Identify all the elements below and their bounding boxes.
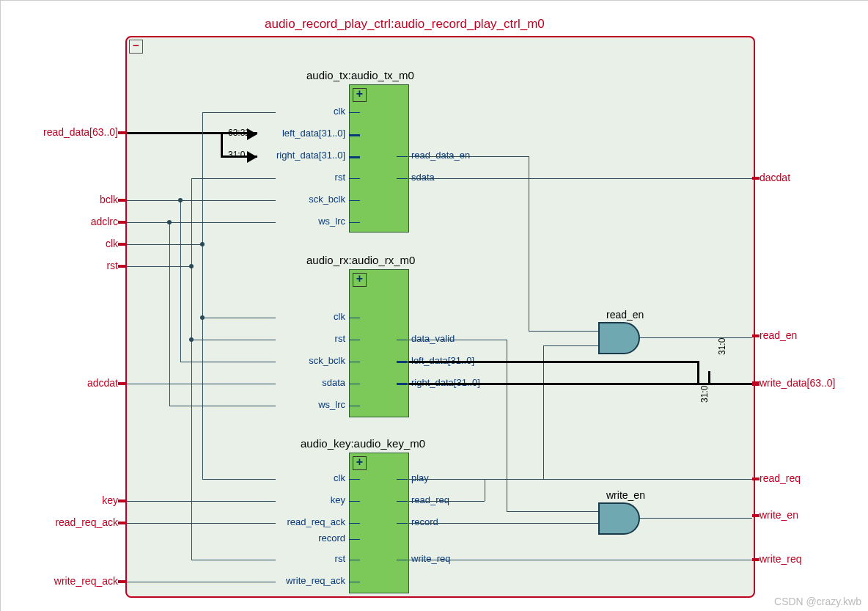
gate-write-en-label: write_en	[606, 489, 645, 501]
ext-port-bclk: bclk	[12, 194, 118, 205]
ext-port-rst: rst	[12, 260, 118, 271]
tx-title: audio_tx:audio_tx_m0	[306, 69, 414, 81]
ext-port-read-en: read_en	[760, 329, 797, 341]
ext-port-adcdat: adcdat	[12, 377, 118, 389]
diagram-canvas: audio_record_play_ctrl:audio_record_play…	[0, 0, 868, 611]
pin-rst	[118, 265, 125, 268]
rx-in-clk: clk	[257, 311, 345, 322]
ext-port-write-data: write_data[63..0]	[760, 377, 836, 389]
top-module-box	[125, 36, 755, 598]
pin-read-req	[752, 478, 760, 480]
tx-block[interactable]	[349, 84, 409, 233]
ext-port-dacdat: dacdat	[760, 172, 790, 183]
rx-in-ws-lrc: ws_lrc	[257, 399, 345, 410]
tx-out-sdata: sdata	[411, 172, 435, 183]
watermark: CSDN @crazy.kwb	[774, 596, 861, 607]
pin-write-req	[752, 558, 760, 561]
key-in-rst: rst	[257, 553, 345, 564]
ext-port-write-req-ack: write_req_ack	[12, 575, 118, 587]
pin-read-en	[752, 334, 760, 337]
key-title: audio_key:audio_key_m0	[301, 437, 425, 450]
pin-write-en	[752, 514, 760, 517]
key-in-read-req-ack: read_req_ack	[257, 516, 345, 527]
key-in-record: record	[257, 533, 345, 544]
pin-adcdat	[118, 382, 125, 385]
key-out-play: play	[411, 472, 429, 483]
tx-in-clk: clk	[257, 106, 345, 117]
key-in-clk: clk	[257, 472, 345, 483]
rx-title: audio_rx:audio_rx_m0	[306, 254, 415, 266]
pin-clk	[118, 243, 125, 246]
key-out-read-req: read_req	[411, 494, 449, 505]
ext-port-read-req: read_req	[760, 472, 801, 484]
rx-expand-icon[interactable]: +	[353, 273, 367, 287]
ext-port-write-en: write_en	[760, 509, 798, 521]
pin-write-req-ack	[118, 580, 125, 583]
top-module-title: audio_record_play_ctrl:audio_record_play…	[265, 17, 545, 32]
pin-read-req-ack	[118, 522, 125, 524]
pin-bclk	[118, 199, 125, 202]
rx-out-data-valid: data_valid	[411, 333, 455, 344]
gate-read-en-label: read_en	[606, 309, 644, 321]
pin-key	[118, 500, 125, 502]
key-in-write-req-ack: write_req_ack	[257, 575, 345, 586]
ext-port-clk: clk	[12, 238, 118, 249]
pin-write-data	[752, 381, 760, 386]
key-expand-icon[interactable]: +	[353, 456, 367, 470]
and-gate-read-en	[598, 322, 650, 355]
rx-in-rst: rst	[257, 333, 345, 344]
tx-bus-lo: 31:0	[228, 150, 245, 160]
tx-in-sck-bclk: sck_bclk	[257, 194, 345, 205]
tx-expand-icon[interactable]: +	[353, 88, 367, 102]
key-in-key: key	[257, 494, 345, 505]
tx-in-rst: rst	[257, 172, 345, 183]
ext-port-write-req: write_req	[760, 553, 802, 565]
ext-port-adclrc: adclrc	[12, 216, 118, 227]
pin-dacdat	[752, 177, 760, 180]
ext-port-key: key	[12, 494, 118, 506]
key-out-record: record	[411, 516, 438, 527]
collapse-icon[interactable]: −	[129, 40, 143, 54]
tx-out-read-data-en: read_data_en	[411, 150, 470, 161]
rx-block[interactable]	[349, 269, 409, 417]
rx-in-sck-bclk: sck_bclk	[257, 355, 345, 366]
key-out-write-req: write_req	[411, 553, 450, 564]
bus-out-lo: 31:0	[699, 386, 710, 403]
pin-adclrc	[118, 221, 125, 224]
tx-in-ws-lrc: ws_lrc	[257, 216, 345, 227]
ext-port-read-data: read_data[63..0]	[12, 126, 118, 138]
rx-in-sdata: sdata	[257, 377, 345, 388]
ext-port-read-req-ack: read_req_ack	[12, 516, 118, 528]
and-gate-write-en	[598, 502, 650, 535]
tx-in-right-data: right_data[31..0]	[257, 150, 345, 161]
tx-in-left-data: left_data[31..0]	[257, 128, 345, 139]
bus-out-hi: 31:0	[717, 338, 727, 355]
pin-read-data	[118, 131, 125, 134]
